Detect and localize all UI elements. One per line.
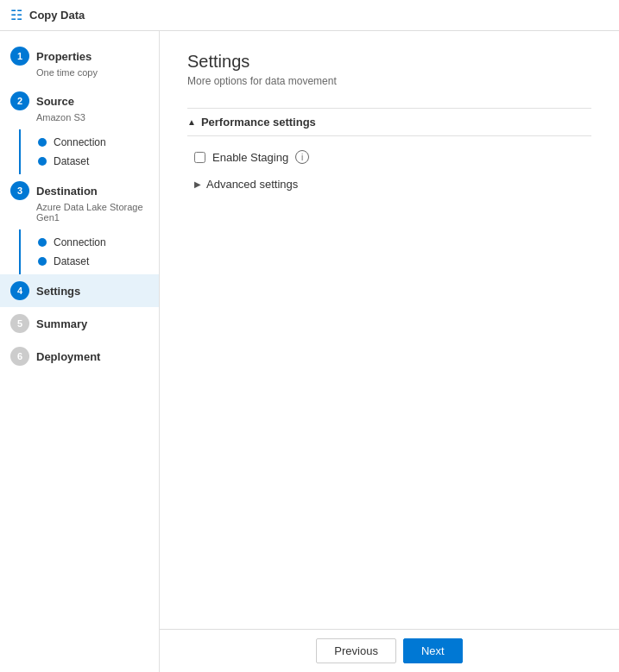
- badge-settings: 4: [10, 281, 29, 300]
- sidebar: 1 Properties One time copy 2 Source Amaz…: [0, 31, 160, 672]
- badge-deployment: 6: [10, 347, 29, 366]
- advanced-settings-row[interactable]: ▶ Advanced settings: [194, 178, 591, 191]
- source-dataset-item[interactable]: Dataset: [31, 152, 159, 171]
- enable-staging-row: Enable Staging i: [194, 150, 591, 164]
- label-deployment: Deployment: [36, 350, 100, 363]
- source-subitems: Connection Dataset: [19, 129, 159, 174]
- source-dataset-label: Dataset: [54, 155, 89, 167]
- content-area: Settings More options for data movement …: [160, 31, 619, 672]
- sidebar-item-destination[interactable]: 3 Destination Azure Data Lake Storage Ge…: [0, 174, 159, 229]
- next-button[interactable]: Next: [403, 638, 463, 663]
- destination-connection-label: Connection: [54, 236, 106, 248]
- label-destination: Destination: [36, 185, 98, 198]
- advanced-settings-label: Advanced settings: [206, 178, 298, 191]
- sublabel-properties: One time copy: [36, 67, 148, 78]
- destination-dataset-dot: [38, 257, 47, 266]
- advanced-expand-icon: ▶: [194, 179, 201, 189]
- destination-connection-dot: [38, 238, 47, 247]
- footer: Previous Next: [160, 629, 619, 672]
- badge-properties: 1: [10, 47, 29, 66]
- sidebar-item-source[interactable]: 2 Source Amazon S3: [0, 85, 159, 129]
- sublabel-destination: Azure Data Lake Storage Gen1: [36, 202, 148, 223]
- label-properties: Properties: [36, 50, 92, 63]
- sidebar-item-summary[interactable]: 5 Summary: [0, 307, 159, 340]
- destination-connection-item[interactable]: Connection: [31, 233, 159, 252]
- info-icon[interactable]: i: [295, 150, 309, 164]
- performance-section-header[interactable]: ▲ Performance settings: [187, 108, 591, 136]
- enable-staging-label: Enable Staging: [212, 151, 288, 164]
- source-dataset-dot: [38, 157, 47, 166]
- label-summary: Summary: [36, 317, 87, 330]
- sidebar-item-settings[interactable]: 4 Settings: [0, 274, 159, 307]
- sidebar-item-deployment[interactable]: 6 Deployment: [0, 340, 159, 373]
- enable-staging-checkbox[interactable]: [194, 152, 205, 163]
- source-connection-dot: [38, 138, 47, 147]
- performance-section-title: Performance settings: [201, 116, 316, 129]
- sidebar-item-properties[interactable]: 1 Properties One time copy: [0, 40, 159, 85]
- destination-dataset-item[interactable]: Dataset: [31, 252, 159, 271]
- destination-dataset-label: Dataset: [54, 255, 89, 267]
- destination-subitems: Connection Dataset: [19, 229, 159, 274]
- label-source: Source: [36, 95, 74, 108]
- collapse-icon: ▲: [187, 117, 196, 127]
- main-layout: 1 Properties One time copy 2 Source Amaz…: [0, 31, 619, 672]
- app-icon: ☷: [10, 7, 22, 23]
- page-title: Settings: [187, 52, 591, 72]
- page-subtitle: More options for data movement: [187, 75, 591, 87]
- app-header: ☷ Copy Data: [0, 0, 619, 31]
- badge-summary: 5: [10, 314, 29, 333]
- sublabel-source: Amazon S3: [36, 112, 148, 122]
- content-body: Settings More options for data movement …: [160, 31, 619, 629]
- app-title: Copy Data: [29, 9, 85, 22]
- badge-source: 2: [10, 91, 29, 110]
- label-settings: Settings: [36, 285, 80, 298]
- source-connection-label: Connection: [54, 136, 106, 148]
- source-connection-item[interactable]: Connection: [31, 133, 159, 152]
- previous-button[interactable]: Previous: [316, 638, 396, 663]
- badge-destination: 3: [10, 181, 29, 200]
